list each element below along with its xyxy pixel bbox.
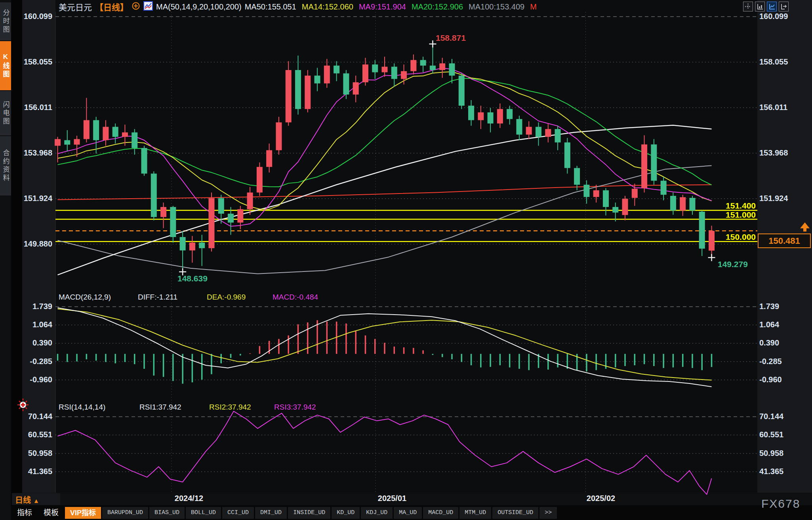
price-axis-label: 158.055 — [759, 57, 796, 66]
period-selector[interactable]: 日线 ▲ — [15, 494, 39, 505]
rsi1-value: RSI1:37.942 — [139, 403, 181, 412]
sidebar-item-contract-info[interactable]: 合约资料 — [0, 136, 11, 195]
chart-app-window: 分时图 K线图 闪电图 合约资料 美元日元 【日线】 MA(50,14,9,20… — [0, 0, 812, 520]
indicator-tab-kdj_ud[interactable]: KDJ_UD — [361, 507, 393, 519]
indicator-tab-指标[interactable]: 指标 — [12, 507, 37, 519]
macd-title: MACD(26,12,9) — [59, 293, 111, 302]
price-axis-label: 70.144 — [16, 412, 52, 421]
chart-canvas[interactable] — [0, 0, 812, 520]
left-sidebar: 分时图 K线图 闪电图 合约资料 — [0, 0, 11, 520]
crosshair-move-icon[interactable] — [743, 2, 753, 11]
price-axis-label: -0.285 — [16, 357, 52, 366]
ma-values: MA50:155.051MA14:152.060MA9:151.904MA20:… — [245, 2, 542, 11]
price-axis-label: 156.011 — [16, 103, 52, 112]
high-price-annotation: 158.871 — [436, 33, 466, 43]
indicator-tab-dmi_ud[interactable]: DMI_UD — [255, 507, 287, 519]
recent-low-annotation: 149.279 — [718, 260, 748, 269]
ma-group-label: MA(50,14,9,20,100,200) — [156, 2, 242, 11]
low-price-annotation: 148.639 — [177, 274, 208, 283]
price-axis-label: 1.739 — [16, 302, 52, 311]
indicator-tab-bias_ud[interactable]: BIAS_UD — [149, 507, 185, 519]
triangle-up-icon: ▲ — [33, 497, 40, 504]
date-label-feb: 2025/02 — [573, 494, 629, 503]
indicator-tab-模板[interactable]: 模板 — [38, 507, 64, 519]
price-axis-label: 41.365 — [16, 467, 52, 476]
date-label-jan: 2025/01 — [364, 494, 420, 503]
ma-value-label: MA14:152.060 — [302, 2, 353, 11]
macd-value: MACD:-0.484 — [273, 293, 318, 302]
price-axis-label: -0.960 — [16, 375, 52, 384]
price-axis-label: 70.144 — [759, 412, 796, 421]
price-axis-label: 41.365 — [759, 467, 796, 476]
sidebar-item-lightning-chart[interactable]: 闪电图 — [0, 91, 11, 135]
price-axis-label: 151.924 — [16, 194, 52, 203]
level-label-150000: 150.000 — [700, 232, 756, 242]
price-axis-label: 160.099 — [759, 12, 796, 21]
exit-chart-icon[interactable] — [779, 2, 789, 11]
indicator-tab-macd_ud[interactable]: MACD_UD — [423, 507, 458, 519]
price-axis-label: 149.880 — [16, 239, 52, 249]
indicator-tab-kd_ud[interactable]: KD_UD — [332, 507, 360, 519]
price-axis-label: 50.958 — [759, 449, 796, 458]
price-axis-label: 1.064 — [759, 320, 796, 329]
rsi2-value: RSI2:37.942 — [209, 403, 251, 412]
price-axis-label: 60.551 — [759, 430, 796, 439]
chart-header: 美元日元 【日线】 MA(50,14,9,20,100,200) MA50:15… — [59, 2, 542, 12]
price-axis-label: 0.390 — [759, 338, 796, 347]
indicator-tab-mtm_ud[interactable]: MTM_UD — [459, 507, 491, 519]
indicator-tab-barupdn_ud[interactable]: BARUPDN_UD — [102, 507, 148, 519]
price-alert-arrow-base — [803, 228, 806, 232]
chart-toolbar — [743, 2, 789, 11]
current-price-box: 150.481 — [758, 233, 811, 248]
indicator-tab-bar: 指标模板VIP指标BARUPDN_UDBIAS_UDBOLL_UDCCI_UDD… — [12, 507, 557, 519]
price-axis-label: 151.924 — [759, 194, 796, 203]
price-axis-label: 158.055 — [16, 57, 52, 66]
bar-chart-icon[interactable] — [755, 2, 765, 11]
sidebar-item-timeline-chart[interactable]: 分时图 — [0, 2, 11, 40]
macd-diff-value: DIFF:-1.211 — [138, 293, 177, 302]
price-axis-label: -0.960 — [759, 375, 796, 384]
date-label-dec: 2024/12 — [161, 494, 217, 503]
indicator-tab-outside_ud[interactable]: OUTSIDE_UD — [492, 507, 538, 519]
chart-type-icon[interactable] — [143, 1, 153, 12]
indicator-tab->>[interactable]: >> — [539, 507, 557, 519]
add-indicator-icon[interactable] — [132, 2, 140, 12]
price-axis-label: 160.099 — [16, 12, 52, 21]
macd-dea-value: DEA:-0.969 — [207, 293, 246, 302]
price-axis-label: 1.064 — [16, 320, 52, 329]
price-axis-label: -0.285 — [759, 357, 796, 366]
target-marker-icon[interactable] — [17, 398, 29, 413]
ma-value-label: MA100:153.409 — [469, 2, 524, 11]
ma-value-label: M — [530, 2, 537, 11]
price-axis-label: 1.739 — [759, 302, 796, 311]
indicator-tab-vip指标[interactable]: VIP指标 — [65, 507, 101, 519]
brand-watermark: FX678 — [761, 497, 800, 511]
price-axis-label: 60.551 — [16, 430, 52, 439]
indicator-tab-inside_ud[interactable]: INSIDE_UD — [288, 507, 330, 519]
price-axis-label: 0.390 — [16, 338, 52, 347]
symbol-name[interactable]: 美元日元 — [59, 1, 92, 13]
ma-value-label: MA9:151.904 — [359, 2, 406, 11]
period-selector-label: 日线 — [15, 496, 31, 505]
indicator-tab-ma_ud[interactable]: MA_UD — [394, 507, 422, 519]
price-axis-label: 50.958 — [16, 449, 52, 458]
price-axis-label: 156.011 — [759, 103, 796, 112]
sidebar-item-kline-chart[interactable]: K线图 — [0, 41, 11, 90]
level-label-151400: 151.400 — [700, 201, 756, 211]
price-alert-arrow-icon — [800, 222, 810, 228]
indicator-tab-cci_ud[interactable]: CCI_UD — [222, 507, 254, 519]
price-axis-label: 153.968 — [759, 148, 796, 158]
rsi-title: RSI(14,14,14) — [59, 403, 105, 412]
rsi3-value: RSI3:37.942 — [274, 403, 316, 412]
ma-value-label: MA50:155.051 — [245, 2, 296, 11]
price-axis-label: 153.968 — [16, 148, 52, 158]
indicator-tab-boll_ud[interactable]: BOLL_UD — [186, 507, 221, 519]
ma-value-label: MA20:152.906 — [412, 2, 463, 11]
line-chart-icon[interactable] — [767, 2, 777, 11]
period-tag[interactable]: 【日线】 — [95, 1, 128, 13]
level-label-151000: 151.000 — [700, 210, 756, 220]
